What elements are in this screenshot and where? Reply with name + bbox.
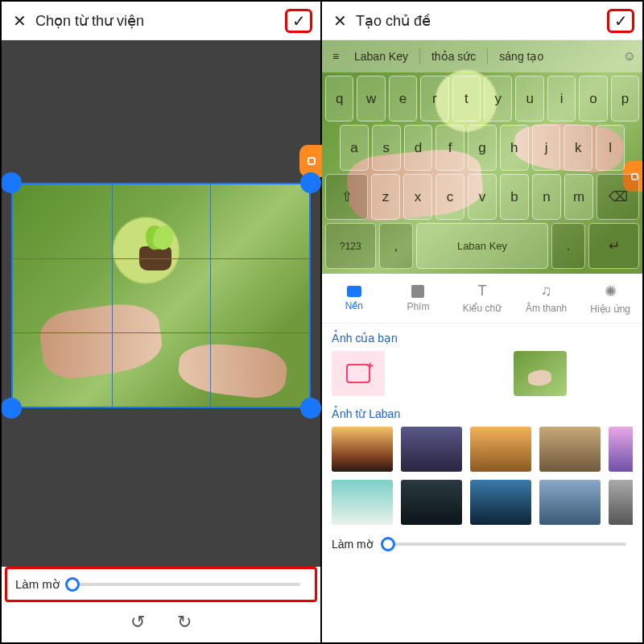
key-shift[interactable]: ⇧ (325, 174, 368, 220)
laban-thumb[interactable] (401, 427, 462, 472)
crop-handle-tr[interactable] (300, 172, 321, 193)
section-heading: Ảnh từ Laban (332, 407, 633, 420)
section-heading: Ảnh của bạn (332, 332, 633, 345)
square-icon (411, 285, 424, 298)
key-e[interactable]: e (389, 76, 417, 122)
key-m[interactable]: m (564, 174, 593, 220)
key-t[interactable]: t (452, 76, 481, 122)
blur-label: Làm mờ (332, 538, 374, 551)
crop-grid (11, 183, 311, 408)
rotate-cw-icon[interactable]: ↻ (177, 612, 192, 633)
image-icon (347, 286, 361, 297)
key-enter[interactable]: ↵ (588, 223, 639, 269)
section-laban-photos: Ảnh từ Laban (322, 399, 642, 528)
tab-label: Nền (345, 300, 363, 312)
key-d[interactable]: d (404, 125, 433, 171)
crop-handle-tl[interactable] (1, 172, 22, 193)
keyboard-keys: q w e r t y u i o p a s d f g h (322, 72, 642, 274)
crop-area[interactable] (11, 183, 311, 408)
tab-label: Âm thanh (526, 303, 567, 314)
blur-slider[interactable] (72, 583, 300, 586)
crop-handle-bl[interactable] (1, 398, 22, 419)
laban-thumb[interactable] (332, 427, 393, 472)
user-photo-thumb[interactable] (514, 351, 567, 396)
laban-thumb[interactable] (401, 480, 462, 525)
key-i[interactable]: i (547, 76, 576, 122)
key-g[interactable]: g (468, 125, 497, 171)
key-backspace[interactable]: ⌫ (597, 174, 639, 220)
key-r[interactable]: r (420, 76, 448, 122)
key-f[interactable]: f (436, 125, 464, 171)
laban-thumb[interactable] (470, 480, 531, 525)
check-icon: ✓ (292, 11, 306, 31)
blur-slider-thumb[interactable] (381, 537, 395, 551)
rotate-controls: ↺ ↻ (2, 602, 320, 642)
confirm-button[interactable]: ✓ (285, 9, 312, 33)
tab-label: Phím (407, 301, 429, 312)
rotate-ccw-icon[interactable]: ↺ (130, 612, 145, 633)
suggestion-word[interactable]: Laban Key (354, 50, 408, 63)
suggestion-word[interactable]: sáng tạo (499, 50, 543, 63)
tab-kieuchu[interactable]: T Kiểu chữ (450, 274, 514, 323)
blur-slider[interactable] (388, 543, 626, 546)
tab-nen[interactable]: Nền (322, 274, 386, 323)
left-header: ✕ Chọn từ thư viện ✓ (2, 2, 320, 40)
blur-slider-thumb[interactable] (65, 577, 80, 592)
key-j[interactable]: j (532, 125, 561, 171)
laban-thumb[interactable] (470, 427, 531, 472)
tab-label: Kiểu chữ (463, 303, 502, 314)
music-icon: ♫ (541, 283, 552, 299)
laban-thumb[interactable] (539, 480, 601, 525)
key-b[interactable]: b (500, 174, 529, 220)
key-x[interactable]: x (403, 174, 432, 220)
right-title: Tạo chủ đề (349, 12, 607, 30)
suggestion-bar: ≡ Laban Key thỏa sức sáng tạo ☺ (322, 40, 642, 72)
key-a[interactable]: a (340, 125, 369, 171)
key-k[interactable]: k (564, 125, 592, 171)
key-v[interactable]: v (468, 174, 497, 220)
section-your-photos: Ảnh của bạn (322, 324, 642, 399)
key-l[interactable]: l (596, 125, 625, 171)
key-symbols[interactable]: ?123 (325, 223, 376, 269)
key-p[interactable]: p (611, 76, 639, 122)
key-n[interactable]: n (532, 174, 561, 220)
close-icon[interactable]: ✕ (10, 11, 29, 31)
key-o[interactable]: o (579, 76, 607, 122)
key-q[interactable]: q (325, 76, 353, 122)
right-pane: ✕ Tạo chủ đề ✓ ≡ Laban Key thỏa sức sáng… (322, 2, 642, 642)
left-pane: ✕ Chọn từ thư viện ✓ (2, 2, 322, 642)
laban-thumb[interactable] (539, 427, 601, 472)
laban-thumb[interactable] (609, 480, 633, 525)
crop-handle-br[interactable] (300, 398, 321, 419)
left-title: Chọn từ thư viện (29, 12, 285, 30)
key-u[interactable]: u (515, 76, 543, 122)
key-w[interactable]: w (357, 76, 385, 122)
editor-tabs: Nền Phím T Kiểu chữ ♫ Âm thanh ✺ Hiệu ứn… (322, 274, 642, 324)
laban-thumb[interactable] (332, 480, 393, 525)
confirm-button[interactable]: ✓ (607, 9, 634, 33)
add-photo-button[interactable] (332, 351, 385, 396)
laban-thumb[interactable] (609, 427, 633, 472)
close-icon[interactable]: ✕ (330, 11, 349, 31)
tab-label: Hiệu ứng (590, 303, 630, 315)
key-c[interactable]: c (436, 174, 464, 220)
key-z[interactable]: z (371, 174, 400, 220)
menu-icon[interactable]: ≡ (328, 50, 343, 63)
check-icon: ✓ (614, 11, 628, 31)
tab-hieuung[interactable]: ✺ Hiệu ứng (578, 274, 642, 323)
blur-slider-row: Làm mờ (5, 567, 317, 602)
crop-stage (2, 40, 320, 567)
tab-phim[interactable]: Phím (386, 274, 451, 323)
suggestion-word[interactable]: thỏa sức (431, 50, 476, 63)
key-period[interactable]: . (551, 223, 585, 269)
right-header: ✕ Tạo chủ đề ✓ (322, 2, 642, 40)
key-s[interactable]: s (372, 125, 401, 171)
blur-label: Làm mờ (15, 577, 60, 592)
emoji-icon[interactable]: ☺ (623, 49, 636, 64)
key-space[interactable]: Laban Key (416, 223, 548, 269)
sparkle-icon: ✺ (605, 283, 617, 300)
key-y[interactable]: y (484, 76, 512, 122)
key-h[interactable]: h (500, 125, 529, 171)
key-comma[interactable]: , (379, 223, 413, 269)
tab-amthanh[interactable]: ♫ Âm thanh (514, 274, 579, 323)
